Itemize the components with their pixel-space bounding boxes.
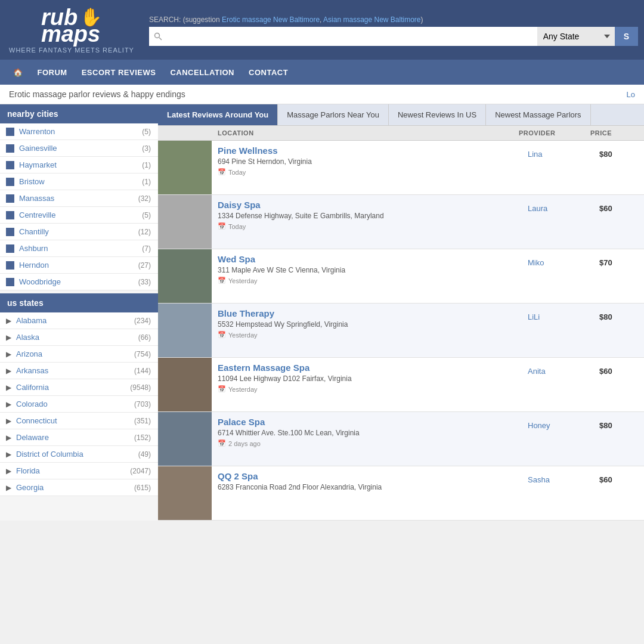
sidebar-state-item[interactable]: ▶ Delaware (152) (0, 429, 158, 446)
listing-name[interactable]: Palace Spa (218, 417, 265, 427)
state-name[interactable]: District of Columbia (16, 450, 83, 459)
listing-date: 📅Yesterday (218, 385, 519, 393)
provider-name[interactable]: Lina (528, 150, 543, 159)
sidebar-state-item[interactable]: ▶ Colorado (703) (0, 396, 158, 413)
sidebar-city-item[interactable]: Woodbridge (33) (0, 274, 158, 290)
tab-massage-parlors-near-you[interactable]: Massage Parlors Near You (278, 104, 389, 125)
nav-home-icon[interactable]: 🏠 (13, 61, 23, 84)
state-name[interactable]: Arkansas (16, 366, 48, 375)
search-suggestion-suffix: ) (421, 16, 423, 24)
city-name[interactable]: Warrenton (19, 127, 55, 136)
state-count: (152) (134, 434, 151, 442)
nav-escort-reviews[interactable]: ESCORT REVIEWS (82, 61, 156, 84)
logo-section: rub ✋ maps WHERE FANTASY MEETS REALITY (0, 0, 143, 60)
provider-name[interactable]: Anita (528, 367, 546, 376)
city-icon (6, 211, 14, 219)
state-name[interactable]: Alaska (16, 333, 39, 342)
state-count: (234) (134, 317, 151, 325)
sidebar-city-item[interactable]: Haymarket (1) (0, 157, 158, 174)
sidebar-city-item[interactable]: Centreville (5) (0, 207, 158, 224)
sidebar-city-item[interactable]: Ashburn (7) (0, 240, 158, 257)
search-suggestion-link1[interactable]: Erotic massage New Baltimore (222, 16, 320, 24)
nav: 🏠 FORUM ESCORT REVIEWS CANCELLATION CONT… (0, 60, 644, 85)
sidebar-state-item[interactable]: ▶ District of Columbia (49) (0, 446, 158, 463)
col-price: PRICE (590, 129, 638, 137)
price-value: $60 (599, 367, 612, 376)
tab-newest-reviews-in-us[interactable]: Newest Reviews In US (389, 104, 486, 125)
sidebar-state-item[interactable]: ▶ Georgia (615) (0, 479, 158, 496)
listing-name[interactable]: Daisy Spa (218, 200, 261, 210)
sidebar-city-item[interactable]: Warrenton (5) (0, 123, 158, 140)
state-name[interactable]: Georgia (16, 483, 44, 492)
state-count: (615) (134, 484, 151, 492)
listing-name[interactable]: Blue Therapy (218, 308, 274, 318)
listing-name[interactable]: QQ 2 Spa (218, 471, 258, 481)
city-name[interactable]: Woodbridge (19, 277, 61, 286)
listing-price: $80 (596, 304, 644, 357)
states-list: ▶ Alabama (234) ▶ Alaska (66) ▶ Arizona … (0, 312, 158, 496)
provider-name[interactable]: LiLi (528, 312, 540, 321)
city-icon (6, 194, 14, 203)
nav-contact[interactable]: CONTACT (249, 61, 288, 84)
provider-name[interactable]: Sasha (528, 475, 550, 484)
city-name[interactable]: Bristow (19, 177, 45, 186)
provider-name[interactable]: Honey (528, 421, 550, 430)
sidebar-city-item[interactable]: Gainesville (3) (0, 140, 158, 157)
city-name[interactable]: Ashburn (19, 244, 48, 253)
state-name[interactable]: Colorado (16, 400, 48, 408)
state-count: (351) (134, 417, 151, 425)
state-name[interactable]: Connecticut (16, 416, 57, 425)
sidebar-state-item[interactable]: ▶ Arizona (754) (0, 346, 158, 363)
state-name[interactable]: Arizona (16, 349, 42, 358)
nav-forum[interactable]: FORUM (38, 61, 67, 84)
state-select[interactable]: Any State (537, 27, 615, 46)
tagline-bar: Erotic massage parlor reviews & happy en… (0, 85, 644, 104)
state-name[interactable]: Delaware (16, 433, 49, 442)
listing-provider: Lina (525, 141, 596, 194)
listing-address: 1334 Defense Highway, Suite E Gambrills,… (218, 212, 519, 220)
search-button[interactable]: S (615, 27, 638, 46)
sidebar-city-item[interactable]: Chantilly (12) (0, 224, 158, 240)
sidebar-city-item[interactable]: Manassas (32) (0, 190, 158, 207)
us-states-header: us states (0, 293, 158, 312)
sidebar-state-item[interactable]: ▶ Arkansas (144) (0, 363, 158, 379)
city-name[interactable]: Herndon (19, 261, 49, 270)
logo-subtitle: WHERE FANTASY MEETS REALITY (9, 47, 134, 54)
sidebar-state-item[interactable]: ▶ Alabama (234) (0, 312, 158, 329)
listing-name[interactable]: Wed Spa (218, 254, 255, 264)
sidebar-city-item[interactable]: Bristow (1) (0, 174, 158, 190)
city-name[interactable]: Manassas (19, 194, 54, 203)
search-input[interactable] (149, 27, 537, 46)
sidebar-state-item[interactable]: ▶ Connecticut (351) (0, 413, 158, 429)
city-name[interactable]: Haymarket (19, 160, 57, 169)
state-name[interactable]: Alabama (16, 316, 47, 325)
tab-latest-reviews-around-you[interactable]: Latest Reviews Around You (158, 104, 278, 125)
listing-date: 📅2 days ago (218, 439, 519, 447)
listing-thumb (158, 304, 212, 357)
provider-name[interactable]: Miko (528, 258, 544, 267)
state-arrow-icon: ▶ (6, 450, 11, 459)
city-name[interactable]: Gainesville (19, 144, 57, 153)
main-container: nearby cities Warrenton (5) Gainesville … (0, 104, 644, 521)
search-suggestion-link2[interactable]: Asian massage New Baltimore (323, 16, 420, 24)
state-name[interactable]: Florida (16, 466, 40, 475)
provider-name[interactable]: Laura (528, 204, 547, 213)
sidebar-state-item[interactable]: ▶ Alaska (66) (0, 329, 158, 346)
login-link[interactable]: Lo (627, 90, 635, 99)
listing-name[interactable]: Pine Wellness (218, 145, 278, 156)
nav-cancellation[interactable]: CANCELLATION (170, 61, 234, 84)
tagline-text: Erotic massage parlor reviews & happy en… (9, 89, 185, 99)
state-name[interactable]: California (16, 383, 49, 392)
listing-date: 📅Yesterday (218, 277, 519, 284)
listing-row: QQ 2 Spa 6283 Franconia Road 2nd Floor A… (158, 466, 644, 521)
city-name[interactable]: Centreville (19, 210, 55, 219)
state-arrow-icon: ▶ (6, 350, 11, 358)
tab-newest-massage-parlors[interactable]: Newest Massage Parlors (486, 104, 591, 125)
listing-name[interactable]: Eastern Massage Spa (218, 363, 309, 373)
sidebar-state-item[interactable]: ▶ California (9548) (0, 379, 158, 396)
listing-row: Eastern Massage Spa 11094 Lee Highway D1… (158, 358, 644, 412)
city-name[interactable]: Chantilly (19, 227, 49, 236)
sidebar-state-item[interactable]: ▶ Florida (2047) (0, 463, 158, 479)
logo-maps: maps (41, 23, 100, 45)
sidebar-city-item[interactable]: Herndon (27) (0, 257, 158, 274)
